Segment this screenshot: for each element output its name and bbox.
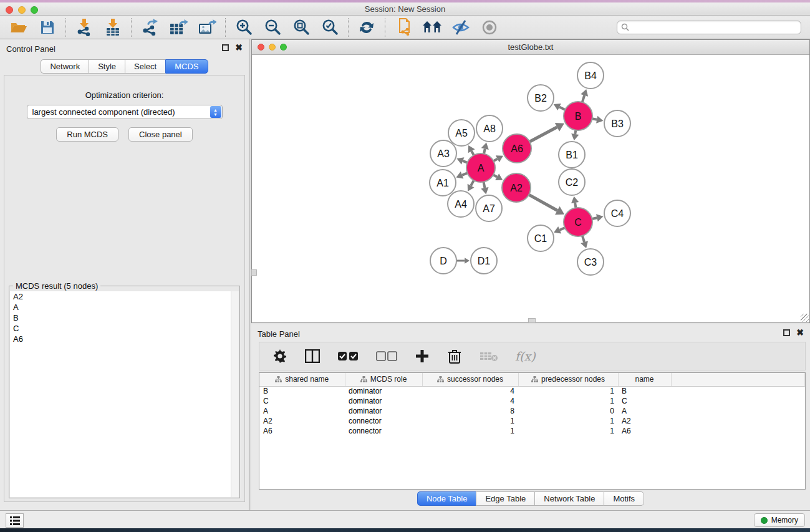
tab-node-table[interactable]: Node Table	[417, 491, 476, 506]
memory-button[interactable]: Memory	[754, 513, 805, 527]
graph-edge-C-C1[interactable]	[560, 228, 565, 230]
graph-node-B[interactable]: B	[564, 102, 592, 130]
float-table-panel-icon[interactable]	[783, 329, 790, 336]
new-network-from-selection-icon[interactable]	[393, 18, 413, 37]
graph-node-A7[interactable]: A7	[476, 195, 502, 221]
gear-icon[interactable]	[272, 348, 288, 364]
graph-node-A3[interactable]: A3	[430, 140, 456, 167]
graph-node-B1[interactable]: B1	[559, 142, 585, 168]
tab-edge-table[interactable]: Edge Table	[476, 491, 534, 506]
close-panel-icon[interactable]: ✖	[235, 44, 243, 51]
export-table-icon[interactable]	[168, 18, 188, 37]
graph-edge-A-A8[interactable]	[484, 149, 485, 154]
table-cell[interactable]: dominator	[345, 386, 422, 396]
table-cell[interactable]	[671, 406, 805, 416]
graph-edge-B-B3[interactable]	[592, 118, 597, 119]
table-row[interactable]: A2connector11A2	[259, 416, 805, 426]
zoom-fit-icon[interactable]	[291, 18, 311, 37]
run-mcds-button[interactable]: Run MCDS	[56, 127, 118, 142]
table-cell[interactable]: 1	[518, 426, 618, 436]
table-cell[interactable]: 8	[422, 406, 518, 416]
column-layout-icon[interactable]	[304, 348, 321, 364]
table-cell[interactable]: A2	[259, 416, 345, 426]
optimization-criterion-select[interactable]: largest connected component (directed) ▲…	[27, 105, 223, 119]
tab-network[interactable]: Network	[41, 59, 89, 74]
table-cell[interactable]: B	[259, 386, 345, 396]
search-field[interactable]	[617, 21, 801, 34]
graph-node-C1[interactable]: C1	[528, 225, 554, 251]
search-input[interactable]	[629, 23, 797, 32]
table-cell[interactable]: dominator	[345, 396, 422, 406]
hide-selected-icon[interactable]	[451, 18, 471, 37]
first-neighbors-icon[interactable]	[422, 18, 442, 37]
graph-node-C3[interactable]: C3	[577, 249, 604, 275]
save-session-icon[interactable]	[37, 18, 57, 37]
select-all-icon[interactable]	[337, 348, 359, 364]
import-table-icon[interactable]	[103, 18, 123, 37]
table-cell[interactable]: B	[618, 386, 671, 396]
graph-edge-B-B2[interactable]	[559, 107, 565, 110]
graph-node-A4[interactable]: A4	[448, 191, 474, 217]
function-builder-icon[interactable]: f(x)	[515, 349, 536, 363]
show-task-history-button[interactable]	[6, 513, 24, 528]
graph-node-A[interactable]: A	[466, 153, 495, 182]
graph-node-B3[interactable]: B3	[604, 110, 630, 137]
graph-node-A6[interactable]: A6	[503, 134, 531, 163]
graph-node-C2[interactable]: C2	[559, 169, 585, 195]
table-row[interactable]: A6connector11A6	[259, 426, 805, 436]
graph-edge-A-A7[interactable]	[484, 182, 485, 188]
table-cell[interactable]: A6	[259, 426, 345, 436]
window-resize-grip[interactable]	[801, 314, 809, 322]
splitter-grip-left[interactable]	[251, 269, 257, 276]
float-panel-icon[interactable]	[222, 44, 229, 51]
table-row[interactable]: Cdominator41C	[259, 396, 805, 406]
table-cell[interactable]: connector	[345, 426, 422, 436]
graph-node-A1[interactable]: A1	[430, 170, 456, 196]
table-cell[interactable]: A2	[618, 416, 671, 426]
graph-edge-C-C2[interactable]	[575, 203, 576, 208]
graph-edge-A-A4[interactable]	[471, 180, 474, 186]
table-cell[interactable]: C	[259, 396, 345, 406]
graph-edge-A-A1[interactable]	[462, 173, 468, 175]
table-cell[interactable]: 1	[422, 426, 518, 436]
table-row[interactable]: Adominator80A	[259, 406, 805, 416]
graph-node-B2[interactable]: B2	[528, 85, 554, 111]
column-header-shared-name[interactable]: shared name	[259, 373, 345, 386]
export-image-icon[interactable]	[197, 18, 217, 37]
tab-select[interactable]: Select	[125, 59, 165, 74]
show-all-icon[interactable]	[480, 18, 499, 37]
close-table-panel-icon[interactable]: ✖	[796, 329, 804, 336]
graph-node-A2[interactable]: A2	[502, 173, 531, 202]
table-cell[interactable]: 1	[518, 386, 618, 396]
table-cell[interactable]: 1	[518, 416, 618, 426]
zoom-out-icon[interactable]	[263, 18, 282, 37]
zoom-in-icon[interactable]	[234, 18, 254, 37]
tab-style[interactable]: Style	[89, 59, 125, 74]
graph-node-A8[interactable]: A8	[476, 115, 503, 142]
tab-mcds[interactable]: MCDS	[165, 59, 208, 74]
table-cell[interactable]: C	[618, 396, 671, 406]
table-cell[interactable]: A	[618, 406, 671, 416]
column-header-successor-nodes[interactable]: successor nodes	[422, 373, 518, 386]
column-header-name[interactable]: name	[618, 373, 671, 386]
graph-node-D1[interactable]: D1	[471, 248, 497, 274]
graph-edge-B-B4[interactable]	[582, 95, 584, 102]
graph-edge-A6-B[interactable]	[529, 127, 557, 142]
graph-edge-A2-C[interactable]	[529, 195, 557, 210]
add-column-icon[interactable]	[414, 348, 430, 364]
graph-node-A5[interactable]: A5	[448, 120, 475, 146]
table-cell[interactable]	[671, 386, 805, 396]
table-cell[interactable]: 4	[422, 396, 518, 406]
delete-column-icon[interactable]	[446, 348, 463, 364]
refresh-icon[interactable]	[357, 18, 377, 37]
table-cell[interactable]: connector	[345, 416, 422, 426]
column-header-predecessor-nodes[interactable]: predecessor nodes	[518, 373, 618, 386]
table-cell[interactable]	[671, 426, 805, 436]
close-panel-button[interactable]: Close panel	[128, 127, 193, 142]
table-cell[interactable]: 0	[518, 406, 618, 416]
table-row[interactable]: Bdominator41B	[259, 386, 805, 396]
table-cell[interactable]	[671, 396, 805, 406]
graph-node-C[interactable]: C	[564, 208, 592, 236]
zoom-selected-icon[interactable]	[320, 18, 340, 37]
graph-edge-C-C4[interactable]	[592, 218, 597, 219]
